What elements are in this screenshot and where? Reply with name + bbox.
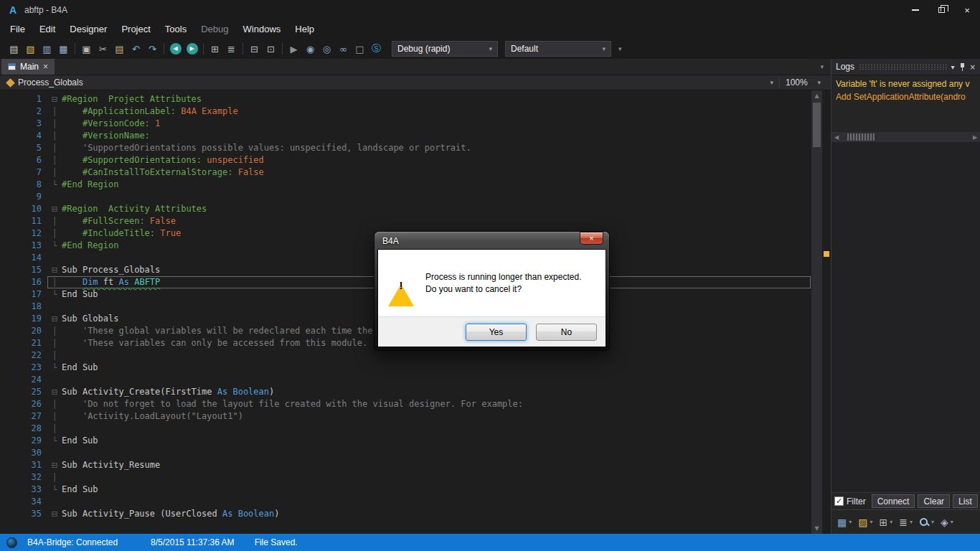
files-icon[interactable]: ▨▾ (858, 517, 872, 528)
logs-panel-header[interactable]: Logs ▾ × (831, 59, 980, 75)
save-icon[interactable]: ▥ (39, 41, 55, 57)
log-message[interactable]: Add SetApplicationAttribute(andro (836, 92, 976, 102)
log-message[interactable]: Variable 'ft' is never assigned any v (836, 79, 976, 89)
panels-icon[interactable]: ▦▾ (837, 517, 852, 528)
panel-close-icon[interactable]: × (970, 63, 976, 71)
navigate-back-icon[interactable]: ◀ (167, 41, 184, 57)
logs-horizontal-scrollbar[interactable]: ◀ ▶ (831, 132, 980, 142)
paste-icon[interactable]: ▤ (111, 41, 128, 57)
open-designer-icon[interactable]: ⊡ (263, 41, 279, 57)
bridge-connect-icon[interactable]: ◎ (319, 41, 335, 57)
code-line[interactable]: 22│ (0, 349, 811, 362)
menu-windows[interactable]: Windows (236, 20, 288, 39)
connect-button[interactable]: Connect (872, 494, 915, 508)
compile-icon[interactable]: ◉ (302, 41, 319, 57)
modified-line-marker[interactable] (824, 251, 829, 257)
search-icon[interactable]: ▾ (919, 517, 934, 527)
tab-close-icon[interactable]: × (43, 62, 48, 71)
new-file-icon[interactable]: ▤ (6, 41, 22, 57)
scroll-up-icon[interactable]: ▲ (811, 90, 822, 101)
no-button[interactable]: No (536, 324, 597, 341)
code-line[interactable]: 31⊟Sub Activity_Resume (0, 459, 811, 471)
code-line[interactable]: 3│ #VersionCode: 1 (0, 118, 811, 130)
filter-checkbox[interactable]: ✓ (834, 496, 844, 506)
editor-vertical-scrollbar[interactable]: ▲ ▼ (811, 90, 822, 534)
add-module-icon[interactable]: ⊟ (246, 41, 263, 57)
menu-debug[interactable]: Debug (194, 20, 235, 39)
restore-button[interactable] (928, 0, 954, 20)
code-line[interactable]: 33└End Sub (0, 484, 811, 496)
tab-list-dropdown-icon[interactable]: ▾ (820, 63, 831, 70)
menu-project[interactable]: Project (114, 20, 157, 39)
redo-icon[interactable]: ↷ (144, 41, 161, 57)
pin-icon[interactable] (959, 62, 966, 72)
code-line[interactable]: 5│ 'SupportedOrientations possible value… (0, 142, 811, 154)
yes-button[interactable]: Yes (466, 324, 527, 341)
fold-toggle-icon[interactable]: ⊟ (47, 386, 62, 398)
dialog-close-button[interactable]: × (580, 232, 603, 245)
fold-toggle-icon[interactable]: ⊟ (47, 313, 62, 325)
scrollbar-thumb[interactable] (847, 133, 875, 141)
link-icon[interactable]: ∞ (335, 41, 352, 57)
code-line[interactable]: 8└#End Region (0, 179, 811, 191)
conditional-symbols-select[interactable]: Default ▾ (505, 41, 611, 57)
code-line[interactable]: 10⊟#Region Activity Attributes (0, 203, 811, 215)
code-line[interactable]: 29└End Sub (0, 435, 811, 447)
minimize-button[interactable] (903, 0, 928, 20)
code-line[interactable]: 11│ #FullScreen: False (0, 215, 811, 227)
fold-toggle-icon[interactable]: ⊟ (47, 459, 62, 471)
menu-file[interactable]: File (3, 20, 32, 39)
navigate-forward-icon[interactable]: ▶ (184, 41, 200, 57)
menu-designer[interactable]: Designer (62, 20, 114, 39)
modules-list-icon[interactable]: ≣▾ (899, 517, 913, 528)
fold-toggle-icon[interactable]: ⊟ (47, 508, 62, 520)
menu-edit[interactable]: Edit (32, 20, 62, 39)
code-line[interactable]: 4│ #VersionName: (0, 130, 811, 142)
code-line[interactable]: 32│ (0, 471, 811, 484)
scroll-right-icon[interactable]: ▶ (970, 132, 980, 142)
save-all-icon[interactable]: ▦ (55, 41, 72, 57)
stop-icon[interactable]: □ (352, 41, 368, 57)
fold-toggle-icon[interactable]: ⊟ (47, 93, 62, 105)
copy-icon[interactable]: ▣ (78, 41, 95, 57)
menu-help[interactable]: Help (288, 20, 321, 39)
code-line[interactable]: 34 (0, 496, 811, 508)
clear-button[interactable]: Clear (918, 494, 950, 508)
menu-tools[interactable]: Tools (158, 20, 194, 39)
panel-menu-icon[interactable]: ▾ (951, 63, 955, 71)
code-line[interactable]: 26│ 'Do not forget to load the layout fi… (0, 398, 811, 410)
code-line[interactable]: 1⊟#Region Project Attributes (0, 93, 811, 105)
code-line[interactable]: 27│ 'Activity.LoadLayout("Layout1") (0, 410, 811, 423)
logs-output-area[interactable] (831, 142, 980, 492)
code-line[interactable]: 25⊟Sub Activity_Create(FirstTime As Bool… (0, 386, 811, 398)
toolbar-overflow-icon[interactable]: ▾ (618, 45, 622, 52)
panel-drag-grip[interactable] (859, 64, 947, 70)
code-line[interactable]: 9 (0, 191, 811, 203)
code-line[interactable]: 2│ #ApplicationLabel: B4A Example (0, 105, 811, 118)
libraries-manager-icon[interactable]: ◈▾ (941, 517, 953, 528)
list-button[interactable]: List (953, 494, 978, 508)
code-line[interactable]: 23└End Sub (0, 362, 811, 374)
code-line[interactable]: 28│ (0, 423, 811, 435)
sub-selector[interactable]: Process_Globals ▾ (18, 77, 779, 88)
views-icon[interactable]: ⊞▾ (880, 517, 893, 528)
code-line[interactable]: 7│ #CanInstallToExternalStorage: False (0, 166, 811, 179)
code-line[interactable]: 24 (0, 374, 811, 386)
designer-icon[interactable]: ⊞ (207, 41, 223, 57)
scroll-down-icon[interactable]: ▼ (811, 523, 822, 534)
designer-scripts-icon[interactable]: ≣ (223, 41, 240, 57)
scroll-left-icon[interactable]: ◀ (831, 132, 842, 142)
fold-toggle-icon[interactable]: ⊟ (47, 203, 62, 215)
zoom-selector[interactable]: 100% ▾ (779, 77, 826, 88)
code-line[interactable]: 30 (0, 447, 811, 459)
undo-icon[interactable]: ↶ (128, 41, 144, 57)
scrollbar-thumb[interactable] (813, 103, 821, 147)
build-configuration-select[interactable]: Debug (rapid) ▾ (392, 41, 498, 57)
fold-toggle-icon[interactable]: ⊟ (47, 264, 62, 276)
libraries-icon[interactable]: Ⓢ (368, 41, 385, 57)
dialog-titlebar[interactable]: B4A × (378, 232, 606, 250)
cut-icon[interactable]: ✂ (95, 41, 111, 57)
code-line[interactable]: 35⊟Sub Activity_Pause (UserClosed As Boo… (0, 508, 811, 520)
close-button[interactable]: × (954, 0, 980, 20)
tab-main[interactable]: Main × (1, 59, 55, 75)
